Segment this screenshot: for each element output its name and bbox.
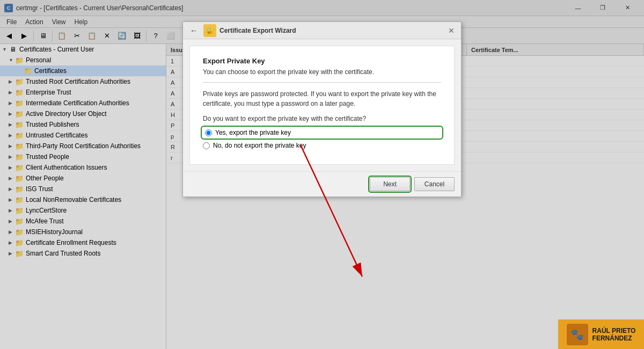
dialog-overlay: ← 🔐 Certificate Export Wizard ✕ Export P… [0, 0, 644, 349]
next-button[interactable]: Next [370, 177, 410, 191]
radio-yes-input[interactable] [205, 129, 212, 136]
dialog-title-text: Certificate Export Wizard [219, 27, 446, 34]
radio-no-option[interactable]: No, do not export the private key [203, 142, 441, 149]
wizard-icon: 🔐 [203, 24, 216, 37]
radio-no-label: No, do not export the private key [213, 142, 306, 149]
dialog-content: Export Private Key You can choose to exp… [189, 46, 455, 165]
question-text: Do you want to export the private key wi… [203, 115, 441, 122]
certificate-export-dialog: ← 🔐 Certificate Export Wizard ✕ Export P… [182, 21, 462, 197]
watermark-surname: FERNÁNDEZ [592, 335, 636, 342]
dialog-close-button[interactable]: ✕ [446, 25, 457, 36]
radio-yes-label: Yes, export the private key [215, 129, 291, 136]
dialog-footer: Next Cancel [183, 171, 461, 197]
dialog-title-bar: ← 🔐 Certificate Export Wizard ✕ [183, 22, 461, 39]
radio-yes-option[interactable]: Yes, export the private key [203, 128, 441, 137]
dialog-divider [203, 82, 441, 83]
watermark: 🐾 RAÚL PRIETO FERNÁNDEZ [558, 319, 644, 349]
section-title: Export Private Key [203, 57, 441, 65]
info-text: Private keys are password protected. If … [203, 89, 441, 108]
watermark-text: RAÚL PRIETO FERNÁNDEZ [592, 327, 636, 342]
section-description: You can choose to export the private key… [203, 68, 441, 76]
dialog-back-button[interactable]: ← [187, 24, 200, 37]
watermark-name: RAÚL PRIETO [592, 327, 636, 335]
watermark-icon: 🐾 [567, 324, 588, 345]
cancel-button[interactable]: Cancel [414, 177, 455, 191]
radio-no-input[interactable] [203, 142, 210, 149]
